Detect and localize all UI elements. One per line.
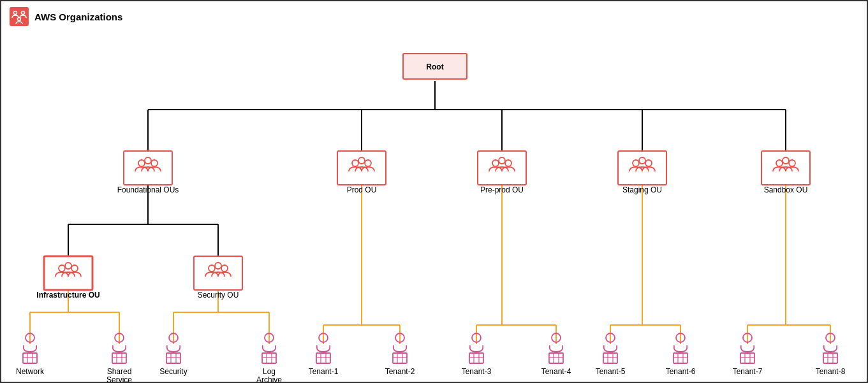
infrastructure-ou-node: Infrastructure OU bbox=[36, 256, 99, 300]
svg-rect-79 bbox=[166, 353, 180, 363]
svg-rect-104 bbox=[549, 353, 563, 363]
svg-rect-114 bbox=[673, 353, 688, 363]
org-chart-svg: Root Foundational OUs bbox=[1, 27, 868, 383]
diagram: Root Foundational OUs bbox=[1, 27, 868, 383]
preprod-ou-node: Pre-prod OU bbox=[478, 151, 526, 194]
root-label: Root bbox=[426, 62, 443, 71]
tenant7-label: Tenant-7 bbox=[733, 367, 763, 376]
app-title: AWS Organizations bbox=[34, 11, 122, 22]
tenant4-label: Tenant-4 bbox=[541, 367, 571, 376]
log-archive-label: Log bbox=[263, 367, 276, 376]
foundational-label: Foundational OUs bbox=[117, 185, 179, 194]
svg-rect-109 bbox=[603, 353, 617, 363]
root-node: Root bbox=[403, 54, 467, 79]
security-account-label: Security bbox=[159, 367, 187, 376]
svg-rect-89 bbox=[316, 353, 330, 363]
svg-rect-119 bbox=[740, 353, 754, 363]
tenant2-label: Tenant-2 bbox=[385, 367, 415, 376]
foundational-ous-node: Foundational OUs bbox=[117, 151, 179, 194]
sandbox-ou-node: Sandbox OU bbox=[761, 151, 810, 194]
tenant8-label: Tenant-8 bbox=[816, 367, 846, 376]
tenant6-label: Tenant-6 bbox=[666, 367, 696, 376]
preprod-ou-label: Pre-prod OU bbox=[480, 185, 524, 194]
svg-rect-99 bbox=[469, 353, 483, 363]
security-ou-label: Security OU bbox=[198, 291, 239, 300]
svg-rect-69 bbox=[23, 353, 37, 363]
svg-rect-94 bbox=[393, 353, 407, 363]
tenant3-label: Tenant-3 bbox=[462, 367, 492, 376]
infrastructure-ou-label: Infrastructure OU bbox=[36, 291, 99, 300]
svg-rect-52 bbox=[618, 151, 666, 185]
svg-rect-40 bbox=[124, 151, 172, 185]
sandbox-ou-label: Sandbox OU bbox=[764, 185, 808, 194]
svg-rect-84 bbox=[262, 353, 276, 363]
svg-rect-64 bbox=[194, 256, 242, 290]
network-label: Network bbox=[16, 367, 45, 376]
svg-rect-44 bbox=[337, 151, 386, 185]
shared-service-label: Shared bbox=[107, 367, 132, 376]
shared-service-label2: Service bbox=[107, 375, 132, 383]
security-ou-node: Security OU bbox=[194, 256, 242, 300]
svg-rect-74 bbox=[112, 353, 126, 363]
prod-ou-label: Prod OU bbox=[347, 185, 377, 194]
prod-ou-node: Prod OU bbox=[337, 151, 386, 194]
svg-rect-48 bbox=[478, 151, 526, 185]
tenant1-label: Tenant-1 bbox=[309, 367, 339, 376]
main-container: AWS Organizations bbox=[0, 0, 868, 383]
log-archive-label2: Archive bbox=[256, 375, 282, 383]
tenant5-label: Tenant-5 bbox=[596, 367, 626, 376]
aws-icon bbox=[9, 6, 29, 27]
staging-ou-node: Staging OU bbox=[618, 151, 666, 194]
svg-rect-124 bbox=[823, 353, 837, 363]
staging-ou-label: Staging OU bbox=[622, 185, 662, 194]
svg-rect-56 bbox=[761, 151, 810, 185]
svg-rect-60 bbox=[44, 256, 92, 290]
